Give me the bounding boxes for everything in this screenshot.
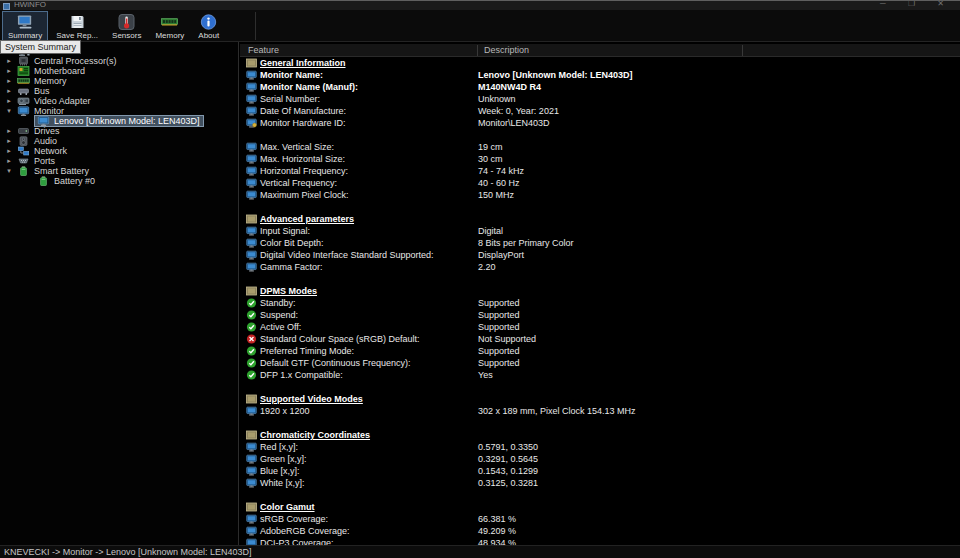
- feature-row-dci-p3-coverage[interactable]: DCI-P3 Coverage:48.934 %: [240, 537, 960, 545]
- check-icon: [246, 358, 257, 368]
- feature-row-standard-colour-space-srgb-default[interactable]: Standard Colour Space (sRGB) Default:Not…: [240, 333, 960, 345]
- feature-label: Gamma Factor:: [260, 261, 323, 273]
- feature-label: Color Bit Depth:: [260, 237, 324, 249]
- feature-row-color-bit-depth[interactable]: Color Bit Depth:8 Bits per Primary Color: [240, 237, 960, 249]
- chevron-right-icon[interactable]: ▸: [4, 66, 14, 76]
- column-header-description[interactable]: Description: [484, 44, 529, 57]
- save-report-icon: [69, 14, 86, 30]
- blank-row: [240, 489, 960, 501]
- chevron-right-icon[interactable]: ▸: [4, 146, 14, 156]
- column-divider-2[interactable]: [742, 45, 743, 56]
- feature-row-standby[interactable]: Standby:Supported: [240, 297, 960, 309]
- feature-value: Supported: [478, 309, 520, 321]
- feature-row-monitor-name[interactable]: Monitor Name:Lenovo [Unknown Model: LEN4…: [240, 69, 960, 81]
- chevron-down-icon[interactable]: ▾: [4, 106, 14, 116]
- tree-item-battery-0[interactable]: Battery #0: [0, 176, 238, 186]
- blank-row: [240, 417, 960, 429]
- feature-row-adobergb-coverage[interactable]: AdobeRGB Coverage:49.209 %: [240, 525, 960, 537]
- toolbar-button-save-rep[interactable]: Save Rep...: [50, 11, 104, 42]
- feature-value: 49.209 %: [478, 525, 516, 537]
- title-bar: HWiNFO ─ ❐ ✕: [0, 0, 960, 10]
- feature-row-max-vertical-size[interactable]: Max. Vertical Size:19 cm: [240, 141, 960, 153]
- monitor-icon: [246, 154, 257, 164]
- chevron-right-icon[interactable]: ▸: [4, 86, 14, 96]
- feature-label: Input Signal:: [260, 225, 310, 237]
- feature-row-horizontal-frequency[interactable]: Horizontal Frequency:74 - 74 kHz: [240, 165, 960, 177]
- column-header: Feature Description: [240, 44, 960, 57]
- sensors-icon: [118, 14, 135, 30]
- chevron-down-icon[interactable]: ▾: [4, 166, 14, 176]
- feature-label: Digital Video Interface Standard Support…: [260, 249, 433, 261]
- check-icon: [246, 346, 257, 356]
- toolbar-button-memory[interactable]: Memory: [149, 11, 190, 42]
- feature-label: Horizontal Frequency:: [260, 165, 348, 177]
- feature-row-serial-number[interactable]: Serial Number:Unknown: [240, 93, 960, 105]
- feature-row-input-signal[interactable]: Input Signal:Digital: [240, 225, 960, 237]
- device-tree: ▾KNEVECKI▸Central Processor(s)▸Motherboa…: [0, 42, 239, 545]
- feature-row-date-of-manufacture[interactable]: Date Of Manufacture:Week: 0, Year: 2021: [240, 105, 960, 117]
- feature-value: Not Supported: [478, 333, 536, 345]
- feature-label: Monitor Name:: [260, 69, 323, 81]
- feature-row-green-x-y[interactable]: Green [x,y]:0.3291, 0.5645: [240, 453, 960, 465]
- feature-value: 19 cm: [478, 141, 503, 153]
- feature-value: 0.5791, 0.3350: [478, 441, 538, 453]
- toolbar: SummarySave Rep...SensorsMemoryAbout: [0, 10, 960, 42]
- section-color-gamut[interactable]: Color Gamut: [240, 501, 960, 513]
- feature-value: 0.1543, 0.1299: [478, 465, 538, 477]
- feature-row-gamma-factor[interactable]: Gamma Factor:2.20: [240, 261, 960, 273]
- feature-row-srgb-coverage[interactable]: sRGB Coverage:66.381 %: [240, 513, 960, 525]
- feature-value: 150 MHz: [478, 189, 514, 201]
- feature-row-vertical-frequency[interactable]: Vertical Frequency:40 - 60 Hz: [240, 177, 960, 189]
- feature-row-white-x-y[interactable]: White [x,y]:0.3125, 0.3281: [240, 477, 960, 489]
- feature-row-1920-x-1200[interactable]: 1920 x 1200302 x 189 mm, Pixel Clock 154…: [240, 405, 960, 417]
- section-icon: [246, 58, 257, 68]
- chevron-right-icon[interactable]: ▸: [4, 76, 14, 86]
- section-title: Supported Video Modes: [260, 393, 363, 405]
- toolbar-button-sensors[interactable]: Sensors: [106, 11, 147, 42]
- toolbar-button-label: Save Rep...: [56, 31, 98, 40]
- check-icon: [246, 298, 257, 308]
- chevron-right-icon[interactable]: ▸: [4, 56, 14, 66]
- chevron-right-icon[interactable]: ▸: [4, 136, 14, 146]
- feature-value: 40 - 60 Hz: [478, 177, 520, 189]
- section-general-information[interactable]: General Information: [240, 57, 960, 69]
- feature-row-max-horizontal-size[interactable]: Max. Horizontal Size:30 cm: [240, 153, 960, 165]
- feature-value: 302 x 189 mm, Pixel Clock 154.13 MHz: [478, 405, 636, 417]
- chevron-right-icon[interactable]: ▸: [4, 156, 14, 166]
- toolbar-button-about[interactable]: About: [192, 11, 225, 42]
- section-advanced-parameters[interactable]: Advanced parameters: [240, 213, 960, 225]
- feature-value: 8 Bits per Primary Color: [478, 237, 574, 249]
- column-header-feature[interactable]: Feature: [248, 44, 279, 57]
- feature-row-dfp-1-x-compatible[interactable]: DFP 1.x Compatible:Yes: [240, 369, 960, 381]
- section-chromaticity-coordinates[interactable]: Chromaticity Coordinates: [240, 429, 960, 441]
- feature-row-active-off[interactable]: Active Off:Supported: [240, 321, 960, 333]
- toolbar-button-summary[interactable]: Summary: [2, 11, 48, 42]
- feature-row-red-x-y[interactable]: Red [x,y]:0.5791, 0.3350: [240, 441, 960, 453]
- chevron-right-icon[interactable]: ▸: [4, 126, 14, 136]
- feature-row-blue-x-y[interactable]: Blue [x,y]:0.1543, 0.1299: [240, 465, 960, 477]
- chevron-right-icon[interactable]: ▸: [4, 96, 14, 106]
- feature-row-suspend[interactable]: Suspend:Supported: [240, 309, 960, 321]
- section-title: General Information: [260, 57, 346, 69]
- feature-value: 0.3291, 0.5645: [478, 453, 538, 465]
- monitor-icon: [246, 262, 257, 272]
- feature-label: Monitor Hardware ID:: [260, 117, 346, 129]
- feature-row-monitor-hardware-id[interactable]: Monitor Hardware ID:Monitor\LEN403D: [240, 117, 960, 129]
- feature-label: Standard Colour Space (sRGB) Default:: [260, 333, 420, 345]
- section-dpms-modes[interactable]: DPMS Modes: [240, 285, 960, 297]
- toolbar-buttons: SummarySave Rep...SensorsMemoryAbout: [2, 11, 227, 42]
- feature-row-preferred-timing-mode[interactable]: Preferred Timing Mode:Supported: [240, 345, 960, 357]
- feature-row-monitor-name-manuf[interactable]: Monitor Name (Manuf):M140NW4D R4: [240, 81, 960, 93]
- feature-value: 74 - 74 kHz: [478, 165, 524, 177]
- feature-row-default-gtf-continuous-frequency[interactable]: Default GTF (Continuous Frequency):Suppo…: [240, 357, 960, 369]
- column-divider[interactable]: [477, 45, 478, 56]
- check-icon: [246, 322, 257, 332]
- feature-value: Supported: [478, 297, 520, 309]
- monitor-icon: [246, 142, 257, 152]
- feature-row-digital-video-interface-standard-supported[interactable]: Digital Video Interface Standard Support…: [240, 249, 960, 261]
- feature-row-maximum-pixel-clock[interactable]: Maximum Pixel Clock:150 MHz: [240, 189, 960, 201]
- monitor-icon: [17, 106, 30, 116]
- section-supported-video-modes[interactable]: Supported Video Modes: [240, 393, 960, 405]
- window-controls[interactable]: ─ ❐ ✕: [880, 0, 954, 8]
- section-icon: [246, 286, 257, 296]
